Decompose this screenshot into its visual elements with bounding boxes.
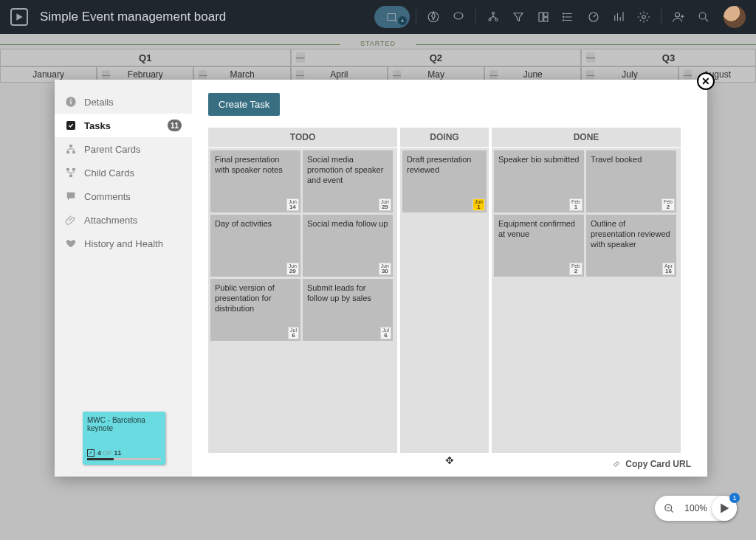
svg-rect-21 (66, 151, 69, 153)
task-title: Outline of presentation reviewed with sp… (591, 219, 672, 249)
svg-point-15 (699, 13, 706, 19)
svg-rect-22 (72, 151, 75, 153)
svg-rect-7 (544, 13, 548, 16)
modal-sidebar: Details Tasks 11 Parent Cards Child Card… (55, 80, 192, 477)
task-card[interactable]: Public version of presentation for distr… (210, 279, 300, 341)
copy-card-url-button[interactable]: Copy Card URL (612, 459, 691, 469)
move-cursor-icon: ✥ (445, 454, 454, 466)
task-card[interactable]: Draft presentation reviewedJun1 (402, 150, 487, 212)
quick-add-button[interactable]: + (374, 6, 410, 28)
task-card[interactable]: Outline of presentation reviewed with sp… (586, 215, 676, 277)
column-body[interactable]: Speaker bio submittedFeb1Travel bookedFe… (492, 148, 681, 453)
add-user-icon[interactable] (667, 6, 690, 28)
task-card[interactable]: Equipment confirmed at venueFeb2 (494, 215, 584, 277)
svg-point-9 (563, 13, 565, 15)
sidebar-item-label: Tasks (84, 120, 111, 131)
sidebar-item-history[interactable]: History and Health (55, 232, 192, 255)
filter-icon[interactable] (507, 6, 529, 28)
column-doing: DOING ✥ Draft presentation reviewedJun1 (400, 128, 489, 453)
sidebar-item-child-cards[interactable]: Child Cards (55, 161, 192, 184)
svg-rect-6 (539, 13, 543, 21)
zoom-out-button[interactable] (659, 499, 678, 518)
column-header: DONE (492, 128, 681, 148)
column-body[interactable]: Final presentation with speaker notesJun… (208, 148, 397, 453)
avatar[interactable] (724, 6, 746, 28)
task-title: Social media promotion of speaker and ev… (307, 155, 388, 185)
check-icon (65, 120, 77, 131)
separator (661, 9, 662, 25)
column-header: TODO (208, 128, 397, 148)
app-fab-button[interactable]: 1 (712, 496, 737, 521)
task-title: Day of activities (215, 219, 296, 229)
sidebar-item-label: History and Health (84, 238, 163, 249)
app-logo[interactable] (10, 8, 28, 26)
svg-rect-23 (66, 168, 69, 170)
svg-point-3 (492, 12, 495, 14)
task-title: Public version of presentation for distr… (215, 283, 296, 314)
sidebar-item-attachments[interactable]: Attachments (55, 208, 192, 232)
due-date-badge: Feb2 (569, 263, 583, 275)
task-card[interactable]: Submit leads for follow up by salesJul6 (303, 279, 393, 341)
layout-icon[interactable] (532, 6, 554, 28)
svg-point-5 (495, 18, 498, 21)
kanban-board: TODO Final presentation with speaker not… (208, 128, 691, 453)
column-header: DOING (400, 128, 489, 148)
compass-icon[interactable] (422, 6, 444, 28)
mini-card-preview[interactable]: MWC - Barcelona keynote ✓ 4 OF 11 (83, 412, 165, 465)
task-title: Final presentation with speaker notes (215, 155, 296, 176)
svg-rect-1 (388, 14, 396, 21)
svg-point-18 (70, 99, 72, 100)
task-title: Travel booked (591, 155, 672, 165)
comment-icon (65, 190, 77, 202)
chart-icon[interactable] (608, 6, 630, 28)
svg-point-14 (676, 13, 680, 17)
create-task-button[interactable]: Create Task (208, 93, 280, 116)
task-card[interactable]: Day of activitiesJun29 (210, 215, 300, 277)
sidebar-item-parent-cards[interactable]: Parent Cards (55, 137, 192, 161)
svg-rect-19 (66, 121, 75, 130)
due-date-badge: Jun29 (286, 263, 299, 275)
sidebar-item-details[interactable]: Details (55, 90, 192, 114)
link-icon (612, 460, 621, 468)
column-todo: TODO Final presentation with speaker not… (208, 128, 397, 453)
gear-icon[interactable] (633, 6, 655, 28)
search-icon[interactable] (693, 6, 715, 28)
task-card[interactable]: Social media follow upJun30 (303, 215, 393, 277)
sidebar-item-tasks[interactable]: Tasks 11 (55, 114, 192, 137)
due-date-badge: Jul6 (288, 327, 299, 339)
svg-rect-17 (70, 101, 71, 105)
task-card[interactable]: Travel bookedFeb2 (586, 150, 676, 212)
bottom-controls: 100% 1 (722, 506, 747, 531)
column-body[interactable]: ✥ Draft presentation reviewedJun1 (400, 148, 489, 453)
svg-rect-8 (544, 18, 548, 21)
info-icon (65, 96, 77, 108)
svg-point-4 (489, 18, 491, 21)
mini-card-progress: ✓ 4 OF 11 (87, 449, 161, 460)
hierarchy-icon[interactable] (482, 6, 504, 28)
tag-icon[interactable] (447, 6, 470, 28)
sidebar-item-label: Parent Cards (84, 144, 141, 155)
svg-rect-24 (72, 168, 75, 170)
dashboard-icon[interactable] (583, 6, 605, 28)
task-title: Speaker bio submitted (498, 155, 580, 165)
due-date-badge: Jul6 (380, 327, 391, 339)
child-icon (65, 167, 77, 179)
task-title: Submit leads for follow up by sales (307, 283, 388, 304)
due-date-badge: Feb1 (569, 198, 583, 211)
task-card[interactable]: Speaker bio submittedFeb1 (494, 150, 584, 212)
tasks-panel: Create Task TODO Final presentation with… (192, 80, 707, 477)
separator (475, 9, 476, 25)
svg-point-10 (563, 16, 565, 18)
svg-marker-0 (16, 13, 22, 21)
task-title: Social media follow up (307, 219, 388, 229)
topbar: Simple Event management board + (0, 0, 756, 34)
parent-icon (65, 143, 77, 155)
due-date-badge: Jun29 (379, 198, 391, 211)
mini-card-title: MWC - Barcelona keynote (87, 416, 161, 432)
list-icon[interactable] (557, 6, 580, 28)
task-card[interactable]: Final presentation with speaker notesJun… (210, 150, 300, 212)
sidebar-item-label: Comments (84, 191, 131, 202)
sidebar-item-comments[interactable]: Comments (55, 184, 192, 208)
task-card[interactable]: Social media promotion of speaker and ev… (303, 150, 393, 212)
due-date-badge: Jun14 (286, 198, 299, 211)
